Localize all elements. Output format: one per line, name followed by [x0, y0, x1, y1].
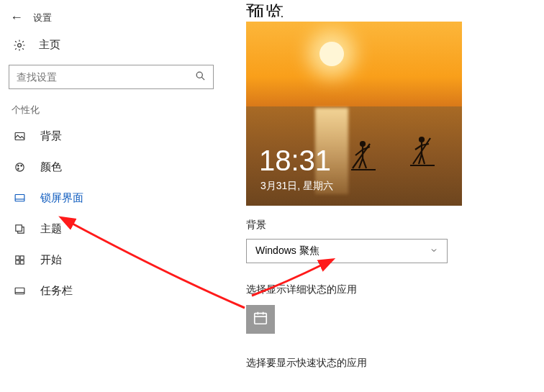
svg-line-22: [363, 158, 366, 168]
background-label: 背景: [246, 219, 544, 232]
sidebar-item-taskbar[interactable]: 任务栏: [0, 275, 222, 306]
lockscreen-icon: [13, 192, 26, 205]
svg-point-6: [20, 165, 21, 166]
svg-point-5: [17, 165, 18, 166]
palette-icon: [13, 161, 26, 174]
picture-icon: [13, 130, 26, 143]
sidebar-item-start[interactable]: 开始: [0, 245, 222, 275]
svg-rect-13: [15, 260, 19, 264]
main-content: 预览 18:31 3月31日, 星期六 背景 Windows 聚焦 选择显示详细…: [223, 0, 544, 392]
chevron-down-icon: [430, 246, 438, 257]
sidebar-item-label: 颜色: [40, 160, 62, 174]
background-dropdown[interactable]: Windows 聚焦: [246, 239, 448, 263]
detail-app-tile[interactable]: [246, 305, 275, 334]
sidebar-nav: 背景 颜色 锁屏界面 主题: [0, 121, 222, 306]
sidebar-item-label: 主题: [40, 222, 62, 236]
dropdown-value: Windows 聚焦: [255, 245, 319, 257]
svg-rect-12: [20, 256, 24, 260]
home-row[interactable]: 主页: [0, 29, 222, 60]
back-icon[interactable]: ←: [10, 10, 23, 25]
window-title: 设置: [33, 12, 52, 24]
sidebar-item-colors[interactable]: 颜色: [0, 152, 222, 183]
preview-time: 18:31: [259, 145, 331, 177]
svg-rect-8: [15, 195, 24, 201]
preview-date: 3月31日, 星期六: [260, 180, 333, 193]
svg-line-2: [201, 77, 204, 80]
svg-rect-15: [15, 288, 24, 294]
svg-line-30: [422, 154, 425, 164]
preview-figure: [413, 135, 422, 176]
svg-point-17: [361, 142, 365, 146]
svg-point-1: [196, 72, 202, 78]
svg-rect-11: [15, 256, 19, 260]
svg-rect-33: [255, 314, 267, 324]
gear-icon: [13, 39, 26, 52]
sidebar-item-label: 背景: [40, 129, 62, 143]
search-input[interactable]: [17, 71, 195, 83]
home-label: 主页: [39, 38, 60, 52]
svg-point-4: [15, 163, 23, 171]
svg-line-23: [353, 144, 370, 168]
sidebar: ← 设置 主页 个性化: [0, 0, 223, 392]
page-title: 预览: [246, 0, 544, 17]
quick-status-label: 选择要显示快速状态的应用: [246, 357, 544, 370]
svg-line-21: [359, 158, 363, 168]
sidebar-item-themes[interactable]: 主题: [0, 214, 222, 245]
svg-rect-10: [15, 225, 21, 232]
sidebar-item-label: 锁屏界面: [40, 191, 83, 205]
sidebar-item-label: 任务栏: [40, 284, 73, 298]
preview-sun: [319, 42, 344, 66]
svg-point-0: [18, 43, 22, 47]
theme-icon: [13, 223, 26, 236]
sidebar-item-background[interactable]: 背景: [0, 121, 222, 152]
svg-point-7: [17, 168, 18, 169]
sidebar-item-lockscreen[interactable]: 锁屏界面: [0, 183, 222, 214]
lockscreen-preview: 18:31 3月31日, 星期六: [246, 22, 462, 206]
search-icon: [195, 70, 206, 83]
window-header: ← 设置: [0, 6, 222, 29]
sidebar-item-label: 开始: [40, 253, 62, 267]
svg-line-27: [415, 145, 422, 150]
calendar-icon: [253, 310, 268, 329]
start-icon: [13, 254, 26, 267]
svg-rect-14: [20, 260, 24, 264]
detail-status-label: 选择显示详细状态的应用: [246, 283, 544, 296]
preview-figure: [354, 140, 363, 180]
section-label: 个性化: [0, 96, 222, 121]
svg-point-25: [420, 137, 424, 142]
search-box[interactable]: [9, 65, 214, 89]
taskbar-icon: [13, 285, 26, 298]
